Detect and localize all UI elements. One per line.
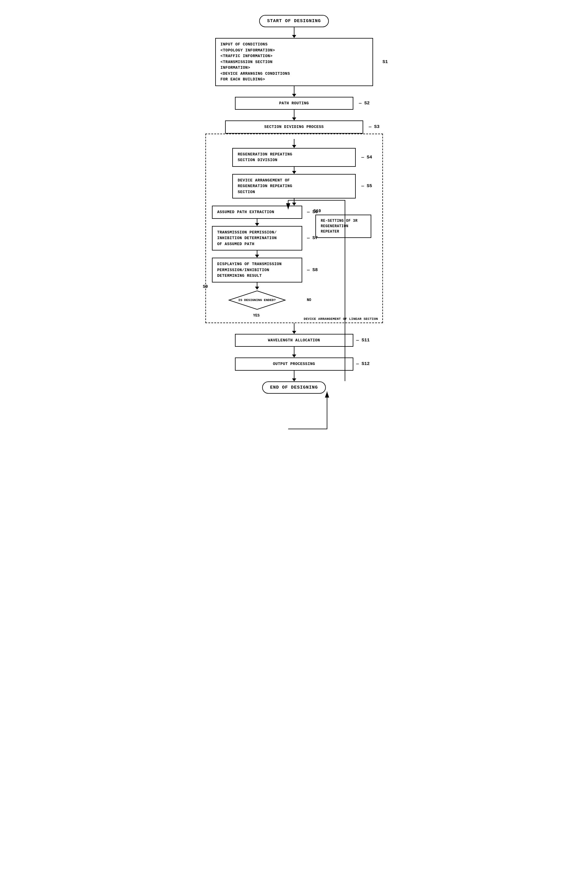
s9-area: S9 IS DESIGNING ENDED? YES NO: [212, 290, 303, 310]
s9-yes-label: YES: [253, 313, 260, 318]
s11-wrapper: WAVELENGTH ALLOCATION — S11: [235, 334, 353, 347]
arrow-s2-s3: [292, 110, 296, 120]
s6-label: — S6: [307, 210, 318, 214]
start-node-wrapper: START OF DESIGNING: [259, 15, 328, 27]
s8-process: DISPLAYING OF TRANSMISSION PERMISSION/IN…: [212, 258, 303, 282]
arrow-s8-s9: [255, 282, 259, 290]
s2-process: PATH ROUTING: [235, 97, 353, 110]
s6-wrapper: ASSUMED PATH EXTRACTION — S6: [212, 205, 303, 219]
s5-label: — S5: [362, 183, 372, 189]
s3-wrapper: SECTION DIVIDING PROCESS — S3: [225, 120, 363, 133]
arrow-s5-s6: [292, 198, 296, 205]
start-terminal: START OF DESIGNING: [259, 15, 328, 27]
s12-label: — S12: [356, 361, 369, 366]
s8-label: — S8: [307, 268, 318, 273]
s7-wrapper: TRANSMISSION PERMISSION/ INHIBITION DETE…: [212, 226, 303, 251]
s8-wrapper: DISPLAYING OF TRANSMISSION PERMISSION/IN…: [212, 258, 303, 282]
s3-label: — S3: [369, 124, 380, 129]
s9-to-s10-arrow: [288, 391, 327, 429]
s6-process: ASSUMED PATH EXTRACTION: [212, 205, 303, 219]
dashed-box: REGENERATION REPEATING SECTION DIVISION …: [206, 133, 383, 323]
s4-label: — S4: [362, 155, 372, 160]
dashed-box-label: DEVICE ARRANGEMENT OF LINEAR SECTION: [304, 317, 378, 321]
s5-process: DEVICE ARRANGEMENT OF REGENERATION REPEA…: [232, 174, 356, 199]
arrow-yes-s11: [292, 323, 296, 334]
s4-process: REGENERATION REPEATING SECTION DIVISION: [232, 148, 356, 167]
left-col: ASSUMED PATH EXTRACTION — S6 TRANSMISSIO…: [212, 205, 303, 310]
s7-label: — S7: [307, 235, 318, 241]
s9-label: S9: [203, 284, 208, 289]
right-col: S10 RE-SETTING OF 3R REGENERATION REPEAT…: [310, 208, 376, 238]
s9-decision-text: IS DESIGNING ENDED?: [238, 298, 276, 302]
flowchart: START OF DESIGNING INPUT OF CONDITIONS <…: [195, 15, 393, 394]
s10-process: RE-SETTING OF 3R REGENERATION REPEATER: [315, 214, 371, 238]
arrow-s11-s12: [292, 347, 296, 357]
s9-no-label: NO: [307, 298, 311, 302]
diagram-container: START OF DESIGNING INPUT OF CONDITIONS <…: [189, 6, 399, 403]
arrow-s7-s8: [255, 250, 259, 258]
arrow-start-s1: [292, 27, 296, 38]
s1-label: S1: [382, 60, 388, 64]
s5-wrapper: DEVICE ARRANGEMENT OF REGENERATION REPEA…: [232, 174, 356, 199]
s7-process: TRANSMISSION PERMISSION/ INHIBITION DETE…: [212, 226, 303, 251]
arrow-s12-end: [292, 371, 296, 381]
s3-process: SECTION DIVIDING PROCESS: [225, 120, 363, 133]
end-terminal: END OF DESIGNING: [262, 381, 326, 394]
s11-process: WAVELENGTH ALLOCATION: [235, 334, 353, 347]
s6-s10-row: ASSUMED PATH EXTRACTION — S6 TRANSMISSIO…: [212, 205, 376, 310]
s12-wrapper: OUTPUT PROCESSING — S12: [235, 357, 353, 371]
arrow-s6-s7: [255, 219, 259, 226]
s12-process: OUTPUT PROCESSING: [235, 357, 353, 371]
s11-label: — S11: [356, 338, 369, 343]
arrow-s3-s4: [292, 139, 296, 148]
s1-wrapper: INPUT OF CONDITIONS <TOPOLOGY INFORMATIO…: [215, 38, 373, 86]
s2-wrapper: PATH ROUTING — S2: [235, 97, 353, 110]
s1-process: INPUT OF CONDITIONS <TOPOLOGY INFORMATIO…: [215, 38, 373, 86]
end-node-wrapper: END OF DESIGNING: [262, 381, 326, 394]
arrow-s1-s2: [292, 86, 296, 97]
arrow-s4-s5: [292, 167, 296, 174]
s4-wrapper: REGENERATION REPEATING SECTION DIVISION …: [232, 148, 356, 167]
s2-label: — S2: [359, 101, 369, 106]
